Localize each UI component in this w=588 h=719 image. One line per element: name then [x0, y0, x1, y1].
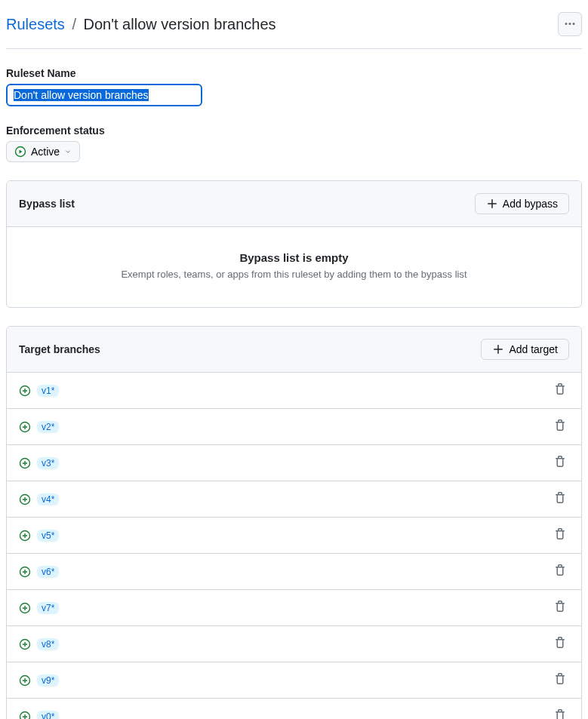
- add-bypass-button[interactable]: Add bypass: [475, 193, 569, 214]
- delete-target-button[interactable]: [551, 416, 569, 437]
- branch-pattern-tag: v5*: [37, 530, 59, 542]
- add-target-button[interactable]: Add target: [481, 339, 569, 360]
- target-row: v0*: [7, 698, 581, 719]
- trash-icon: [554, 601, 566, 615]
- trash-icon: [554, 419, 566, 434]
- plus-circle-icon: [19, 530, 31, 542]
- target-row: v2*: [7, 408, 581, 444]
- bypass-empty-desc: Exempt roles, teams, or apps from this r…: [19, 269, 569, 280]
- add-bypass-label: Add bypass: [503, 198, 558, 210]
- delete-target-button[interactable]: [551, 489, 569, 509]
- trash-icon: [554, 673, 566, 687]
- plus-circle-icon: [19, 566, 31, 578]
- enforcement-section: Enforcement status Active: [6, 124, 582, 162]
- trash-icon: [554, 709, 566, 719]
- target-row: v1*: [7, 373, 581, 408]
- delete-target-button[interactable]: [551, 706, 569, 719]
- trash-icon: [554, 637, 566, 651]
- delete-target-button[interactable]: [551, 634, 569, 654]
- branch-pattern-tag: v6*: [37, 566, 59, 578]
- delete-target-button[interactable]: [551, 380, 569, 401]
- breadcrumb-root-link[interactable]: Rulesets: [6, 16, 65, 32]
- enforcement-status-value: Active: [31, 146, 60, 158]
- kebab-icon: [564, 18, 576, 30]
- plus-icon: [492, 343, 504, 355]
- branch-pattern-tag: v2*: [37, 421, 59, 433]
- plus-circle-icon: [19, 457, 31, 469]
- plus-circle-icon: [19, 385, 31, 397]
- trash-icon: [554, 528, 566, 542]
- bypass-empty-state: Bypass list is empty Exempt roles, teams…: [7, 227, 581, 307]
- branch-pattern-tag: v1*: [37, 385, 59, 397]
- target-row: v8*: [7, 625, 581, 662]
- delete-target-button[interactable]: [551, 670, 569, 690]
- breadcrumb-separator: /: [72, 16, 76, 32]
- target-row: v9*: [7, 662, 581, 698]
- targets-list: v1*v2*v3*v4*v5*v6*v7*v8*v9*v0*: [7, 373, 581, 719]
- branch-pattern-tag: v4*: [37, 493, 59, 505]
- targets-panel-header: Target branches Add target: [7, 327, 581, 373]
- bypass-panel-title: Bypass list: [19, 198, 75, 210]
- target-row: v5*: [7, 517, 581, 553]
- add-target-label: Add target: [509, 343, 558, 355]
- chevron-down-icon: [64, 148, 72, 155]
- plus-circle-icon: [19, 493, 31, 505]
- ruleset-name-label: Ruleset Name: [6, 67, 582, 79]
- plus-circle-icon: [19, 602, 31, 614]
- play-circle-icon: [14, 146, 26, 158]
- plus-icon: [486, 198, 498, 210]
- plus-circle-icon: [19, 421, 31, 433]
- ruleset-name-section: Ruleset Name: [6, 67, 582, 106]
- branch-pattern-tag: v9*: [37, 674, 59, 687]
- targets-panel-title: Target branches: [19, 343, 100, 355]
- target-row: v3*: [7, 444, 581, 481]
- bypass-empty-title: Bypass list is empty: [19, 251, 569, 264]
- breadcrumb-current: Don't allow version branches: [84, 16, 276, 32]
- branch-pattern-tag: v0*: [37, 711, 59, 720]
- delete-target-button[interactable]: [551, 561, 569, 582]
- page-header: Rulesets / Don't allow version branches: [6, 6, 582, 49]
- plus-circle-icon: [19, 674, 31, 687]
- branch-pattern-tag: v3*: [37, 457, 59, 469]
- enforcement-status-dropdown[interactable]: Active: [6, 141, 80, 162]
- delete-target-button[interactable]: [551, 598, 569, 618]
- breadcrumb: Rulesets / Don't allow version branches: [6, 16, 276, 33]
- target-row: v6*: [7, 553, 581, 589]
- ruleset-name-input[interactable]: [6, 84, 202, 106]
- plus-circle-icon: [19, 711, 31, 720]
- delete-target-button[interactable]: [551, 525, 569, 545]
- branch-pattern-tag: v8*: [37, 638, 59, 650]
- more-actions-button[interactable]: [558, 12, 582, 36]
- trash-icon: [554, 456, 566, 470]
- bypass-panel: Bypass list Add bypass Bypass list is em…: [6, 180, 582, 308]
- delete-target-button[interactable]: [551, 453, 569, 473]
- target-row: v4*: [7, 481, 581, 517]
- trash-icon: [554, 492, 566, 506]
- targets-panel: Target branches Add target v1*v2*v3*v4*v…: [6, 326, 582, 719]
- branch-pattern-tag: v7*: [37, 602, 59, 614]
- trash-icon: [554, 564, 566, 579]
- target-row: v7*: [7, 589, 581, 625]
- bypass-panel-header: Bypass list Add bypass: [7, 181, 581, 227]
- trash-icon: [554, 383, 566, 398]
- enforcement-label: Enforcement status: [6, 124, 582, 137]
- plus-circle-icon: [19, 638, 31, 650]
